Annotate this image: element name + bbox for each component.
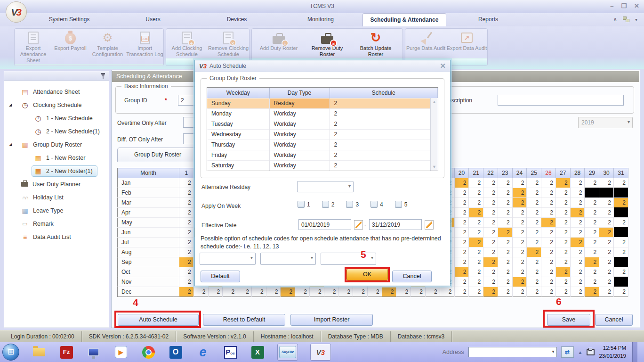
calendar-day-cell[interactable]: 2 xyxy=(483,247,498,257)
calendar-day-cell[interactable]: 2 xyxy=(353,287,368,297)
calendar-day-cell[interactable]: 2 xyxy=(541,277,556,287)
calendar-day-cell[interactable]: 2 xyxy=(555,198,570,208)
sidebar-item-remark[interactable]: ▭Remark xyxy=(4,217,109,230)
calendar-day-cell[interactable]: 2 xyxy=(570,267,585,277)
calendar-day-cell[interactable]: 2 xyxy=(469,287,483,297)
calendar-day-cell[interactable]: 2 xyxy=(483,238,498,247)
tab-system-settings[interactable]: System Settings xyxy=(27,13,111,26)
calendar-day-cell[interactable]: 2 xyxy=(512,178,527,188)
calendar-day-cell[interactable]: 2 xyxy=(555,178,570,188)
calendar-day-cell[interactable]: 2 xyxy=(193,287,208,297)
calendar-day-cell[interactable]: 2 xyxy=(469,208,483,218)
outlook-taskbar-icon[interactable]: O xyxy=(168,345,183,360)
calendar-day-cell[interactable]: 2 xyxy=(498,238,512,247)
calendar-day-cell[interactable]: 2 xyxy=(527,208,541,218)
calendar-day-cell[interactable]: 2 xyxy=(555,218,570,228)
calendar-day-cell[interactable]: 2 xyxy=(498,218,512,228)
calendar-day-cell[interactable]: 2 xyxy=(613,247,628,257)
sidebar-item-data-audit-list[interactable]: ≡Data Audit List xyxy=(4,230,109,244)
calendar-day-cell[interactable]: 2 xyxy=(541,238,556,247)
calendar-day-cell[interactable]: 2 xyxy=(585,277,599,287)
calendar-picker-icon[interactable] xyxy=(354,220,363,230)
calendar-day-cell[interactable]: 2 xyxy=(512,188,527,198)
taskbar-clock[interactable]: 12:54 PM 23/01/2019 xyxy=(599,344,626,360)
remote-desktop-taskbar-icon[interactable] xyxy=(86,345,101,360)
media-player-taskbar-icon[interactable]: ▶ xyxy=(113,345,129,360)
sidebar-item-attendance-sheet[interactable]: ▤Attendance Sheet xyxy=(4,85,109,99)
sidebar-item-2-new-schedule-1[interactable]: ◷2 - New Schedule(1) xyxy=(4,125,109,138)
calendar-day-cell[interactable]: 2 xyxy=(179,267,194,277)
tab-users[interactable]: Users xyxy=(111,13,195,26)
calendar-day-cell[interactable]: 2 xyxy=(367,287,382,297)
calendar-day-cell[interactable]: 2 xyxy=(512,247,527,257)
minimize-button[interactable]: – xyxy=(610,2,613,9)
scroll-down-icon[interactable]: ▼ xyxy=(431,165,438,169)
calendar-day-cell[interactable]: 2 xyxy=(527,218,541,228)
calendar-day-cell[interactable]: 2 xyxy=(599,287,614,297)
calendar-day-cell[interactable]: 2 xyxy=(613,198,628,208)
calendar-day-cell[interactable]: 2 xyxy=(599,228,614,238)
tcms-v3-taskbar-icon[interactable]: V3 xyxy=(310,344,331,361)
calendar-day-cell[interactable]: 2 xyxy=(454,287,469,297)
calendar-day-cell[interactable]: 2 xyxy=(555,208,570,218)
weekday-table-row[interactable]: SaturdayWorkday2 xyxy=(207,160,438,171)
effective-date-to-input[interactable] xyxy=(369,219,422,230)
calendar-day-cell[interactable]: 2 xyxy=(179,218,194,228)
calendar-day-cell[interactable]: 2 xyxy=(237,287,252,297)
calendar-day-cell[interactable]: 2 xyxy=(541,218,556,228)
calendar-day-cell[interactable]: 2 xyxy=(208,287,223,297)
window-blocks-icon[interactable] xyxy=(623,16,629,22)
calendar-day-cell[interactable]: 2 xyxy=(179,228,194,238)
year-dropdown[interactable]: 2019 xyxy=(578,117,633,128)
calendar-day-cell[interactable]: 2 xyxy=(527,287,541,297)
calendar-day-cell[interactable]: 2 xyxy=(469,277,483,287)
calendar-day-cell[interactable]: 2 xyxy=(527,277,541,287)
sidebar-item-user-duty-planner[interactable]: User Duty Planner xyxy=(4,178,109,191)
calendar-day-cell[interactable]: 2 xyxy=(541,257,556,267)
calendar-day-cell[interactable]: 2 xyxy=(469,188,483,198)
calendar-day-cell[interactable]: 2 xyxy=(498,228,512,238)
calendar-day-cell[interactable]: 2 xyxy=(179,238,194,247)
calendar-day-cell[interactable]: 2 xyxy=(179,178,194,188)
calendar-day-cell[interactable]: 2 xyxy=(527,247,541,257)
weekday-table-row[interactable]: TuesdayWorkday2 xyxy=(207,119,438,129)
calendar-day-cell[interactable]: 2 xyxy=(454,257,469,267)
calendar-day-cell[interactable]: 2 xyxy=(599,198,614,208)
week-checkbox[interactable] xyxy=(395,201,402,208)
calendar-day-cell[interactable]: 2 xyxy=(570,247,585,257)
calendar-day-cell[interactable]: 2 xyxy=(541,188,556,198)
calendar-day-cell[interactable]: 2 xyxy=(498,257,512,267)
calendar-day-cell[interactable]: 2 xyxy=(512,287,527,297)
calendar-day-cell[interactable]: 2 xyxy=(541,267,556,277)
calendar-day-cell[interactable]: 2 xyxy=(570,287,585,297)
calendar-day-cell[interactable]: 2 xyxy=(541,198,556,208)
calendar-day-cell[interactable]: 2 xyxy=(555,257,570,267)
calendar-day-cell[interactable]: 2 xyxy=(223,287,237,297)
calendar-day-cell[interactable]: 2 xyxy=(512,277,527,287)
calendar-day-cell[interactable]: 2 xyxy=(498,208,512,218)
calendar-day-cell[interactable]: 2 xyxy=(483,188,498,198)
calendar-day-cell[interactable]: 2 xyxy=(483,228,498,238)
calendar-day-cell[interactable]: 2 xyxy=(338,287,353,297)
ribbon-batch-update-roster-button[interactable]: ↻Batch Update Roster xyxy=(354,30,397,58)
calendar-day-cell[interactable]: 2 xyxy=(555,287,570,297)
internet-explorer-taskbar-icon[interactable]: e xyxy=(195,345,210,360)
calendar-day-cell[interactable]: 2 xyxy=(585,178,599,188)
calendar-day-cell[interactable]: 2 xyxy=(512,208,527,218)
dialog-cancel-button[interactable]: Cancel xyxy=(392,271,432,282)
sidebar-item-group-duty-roster[interactable]: ◢▦Group Duty Roster xyxy=(4,138,109,151)
sidebar-item-leave-type[interactable]: ▦Leave Type xyxy=(4,204,109,217)
calendar-day-cell[interactable]: 2 xyxy=(512,257,527,267)
refresh-address-icon[interactable]: ⇄ xyxy=(561,346,574,358)
calendar-day-cell[interactable]: 2 xyxy=(454,188,469,198)
calendar-day-cell[interactable]: 2 xyxy=(454,238,469,247)
calendar-day-cell[interactable]: 2 xyxy=(469,178,483,188)
calendar-day-cell[interactable]: 2 xyxy=(179,287,194,297)
calendar-day-cell[interactable]: 2 xyxy=(599,257,614,267)
cancel-button[interactable]: Cancel xyxy=(595,314,633,326)
network-tray-icon[interactable] xyxy=(587,349,595,355)
calendar-day-cell[interactable]: 2 xyxy=(498,277,512,287)
calendar-day-cell[interactable]: 2 xyxy=(613,238,628,247)
calendar-day-cell[interactable]: 2 xyxy=(454,228,469,238)
calendar-day-cell[interactable]: 2 xyxy=(426,287,440,297)
